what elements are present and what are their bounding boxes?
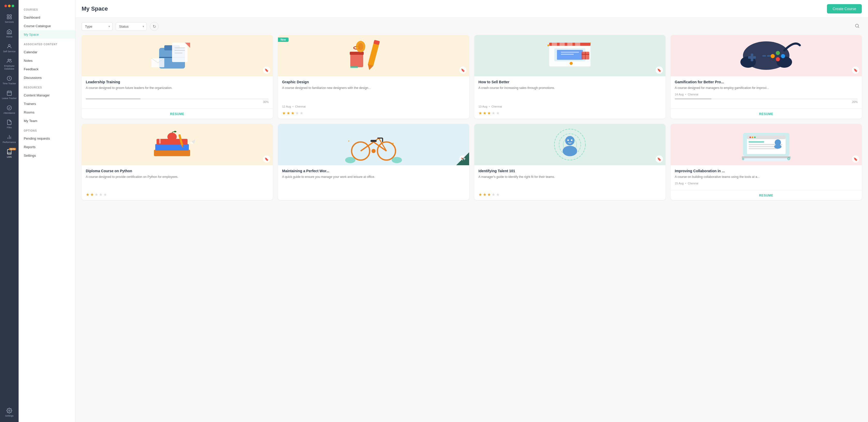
course-card-collaboration[interactable]: ⚙ ⚙ 🔖 Improving Collaboration in ... A c… <box>671 124 862 200</box>
svg-point-85 <box>565 136 575 145</box>
svg-rect-29 <box>350 66 358 68</box>
card-bookmark-talent[interactable]: 🔖 <box>656 156 663 163</box>
card-body-graphic-design: Graphic Design A course designed to fami… <box>278 76 469 119</box>
svg-point-78 <box>345 157 355 163</box>
sidebar-item-my-space[interactable]: My Space <box>19 30 75 39</box>
sidebar-item-pending-requests[interactable]: Pending requests <box>19 134 75 143</box>
card-bookmark-graphic-design[interactable]: 🔖 <box>459 66 467 74</box>
card-title-python: Diploma Course on Python <box>86 169 269 173</box>
main-content: My Space Create Course Type Online Class… <box>75 0 868 422</box>
progress-pct-gamification: 20% <box>675 100 858 104</box>
sidebar-item-rooms[interactable]: Rooms <box>19 108 75 117</box>
svg-rect-3 <box>10 17 11 19</box>
card-desc-collaboration: A course on building collaborative teams… <box>675 174 858 179</box>
nav-attendance-label: Attendance <box>3 112 15 115</box>
card-body-sell-better: How to Sell Better A crash course for in… <box>474 76 665 119</box>
sidebar-section-resources: RESOURCES <box>19 82 75 91</box>
sidebar-item-notes[interactable]: Notes <box>19 56 75 65</box>
svg-rect-38 <box>561 52 579 53</box>
sidebar-item-discussions[interactable]: Discussions <box>19 74 75 82</box>
card-image-perfect-work: ✦ ✦ 🔖 A+ <box>278 124 469 165</box>
type-filter[interactable]: Type Online Classroom Blended <box>82 22 113 31</box>
nav-leave-tracker-label: Leave Tracker <box>2 97 17 100</box>
resume-button-leadership[interactable]: RESUME <box>170 112 184 116</box>
svg-rect-25 <box>350 52 364 55</box>
svg-point-28 <box>358 43 363 50</box>
nav-self-service-label: Self Service <box>3 50 16 53</box>
status-filter[interactable]: Status Active Completed Pending <box>116 22 147 31</box>
card-title-talent: Identifying Talent 101 <box>478 169 661 173</box>
svg-point-88 <box>571 139 572 141</box>
nav-settings[interactable]: Settings <box>0 405 19 420</box>
svg-rect-64 <box>159 139 161 143</box>
nav-lms-label: LMS <box>7 156 12 159</box>
sidebar-item-settings[interactable]: Settings <box>19 151 75 160</box>
course-card-graphic-design[interactable]: 🔖 New Graphic Design A course designed t… <box>278 35 469 119</box>
location-collaboration: Chennai <box>688 182 698 185</box>
nav-files-label: Files <box>7 126 11 129</box>
svg-point-60 <box>167 133 177 141</box>
svg-rect-34 <box>575 43 580 46</box>
card-body-talent: Identifying Talent 101 A manager's guide… <box>474 165 665 200</box>
card-desc-python: A course designed to provide certificati… <box>86 174 269 190</box>
nav-leave-tracker[interactable]: Leave Tracker <box>0 88 19 103</box>
nav-self-service[interactable]: Self Service <box>0 41 19 56</box>
card-title-leadership: Leadership Training <box>86 80 269 84</box>
search-button[interactable] <box>852 22 862 31</box>
sidebar-item-reports[interactable]: Reports <box>19 143 75 151</box>
card-bookmark-gamification[interactable]: 🔖 <box>852 66 859 74</box>
sidebar-item-my-team[interactable]: My Team <box>19 117 75 125</box>
resume-button-collaboration[interactable]: RESUME <box>759 194 773 197</box>
course-card-python[interactable]: 🔖 Diploma Course on Python A course desi… <box>82 124 273 200</box>
status-filter-wrapper: Status Active Completed Pending <box>116 22 147 31</box>
course-card-talent[interactable]: 🔖 Identifying Talent 101 A manager's gui… <box>474 124 665 200</box>
card-bookmark-leadership[interactable]: 🔖 <box>263 66 270 74</box>
svg-rect-57 <box>154 150 190 156</box>
sidebar: COURSES Dashboard Course Catalogue My Sp… <box>19 0 75 422</box>
svg-point-95 <box>754 137 755 138</box>
card-title-perfect-work: Maintaining a Perfect Wor... <box>282 169 465 173</box>
nav-attendance[interactable]: Attendance <box>0 103 19 117</box>
svg-point-5 <box>8 59 9 61</box>
nav-services[interactable]: Services <box>0 11 19 26</box>
course-card-leadership-training[interactable]: 🔖 Leadership Training A course designed … <box>82 35 273 119</box>
card-body-leadership: Leadership Training A course designed to… <box>82 76 273 107</box>
card-image-graphic-design: 🔖 New <box>278 35 469 76</box>
sidebar-item-course-catalogue[interactable]: Course Catalogue <box>19 22 75 30</box>
nav-performance[interactable]: Performance <box>0 132 19 146</box>
nav-services-label: Services <box>5 21 14 24</box>
svg-rect-1 <box>10 15 11 16</box>
svg-point-77 <box>371 149 376 153</box>
nav-home[interactable]: Home <box>0 26 19 41</box>
topbar: My Space Create Course <box>75 0 868 18</box>
course-card-sell-better[interactable]: ★ ✦ 🔖 How to Sell Better A crash course … <box>474 35 665 119</box>
nav-employee-database[interactable]: Employee Database <box>0 55 19 73</box>
svg-point-4 <box>8 44 10 46</box>
date-collaboration: 15 Aug <box>675 182 684 185</box>
sidebar-section-options: OPTIONS <box>19 125 75 134</box>
refresh-button[interactable]: ↻ <box>150 22 159 31</box>
type-filter-wrapper: Type Online Classroom Blended <box>82 22 113 31</box>
nav-files[interactable]: Files <box>0 117 19 132</box>
sidebar-item-feedback[interactable]: Feedback <box>19 65 75 74</box>
svg-rect-0 <box>7 15 9 16</box>
svg-point-51 <box>776 51 780 55</box>
resume-button-gamification[interactable]: RESUME <box>759 112 773 116</box>
card-action-gamification: RESUME <box>671 109 862 119</box>
card-title-collaboration: Improving Collaboration in ... <box>675 169 858 173</box>
card-bookmark-python[interactable]: 🔖 <box>263 156 270 163</box>
sidebar-item-content-manager[interactable]: Content Manager <box>19 91 75 100</box>
nav-time-tracker[interactable]: Time Tracker <box>0 73 19 88</box>
sidebar-item-calendar[interactable]: Calendar <box>19 48 75 56</box>
card-progress-gamification: 20% <box>675 99 858 104</box>
nav-lms[interactable]: BETA LMS <box>0 146 19 161</box>
course-card-perfect-work[interactable]: ✦ ✦ 🔖 A+ Maintaining a Perfect Wor... A … <box>278 124 469 200</box>
card-body-gamification: Gamification for Better Pro... A course … <box>671 76 862 107</box>
card-bookmark-sell-better[interactable]: 🔖 <box>656 66 663 74</box>
sidebar-item-dashboard[interactable]: Dashboard <box>19 13 75 22</box>
create-course-button[interactable]: Create Course <box>827 4 862 13</box>
svg-point-87 <box>567 139 569 141</box>
course-card-gamification[interactable]: 🔖 Gamification for Better Pro... A cours… <box>671 35 862 119</box>
card-bookmark-collaboration[interactable]: 🔖 <box>852 156 859 163</box>
sidebar-item-trainers[interactable]: Trainers <box>19 100 75 108</box>
